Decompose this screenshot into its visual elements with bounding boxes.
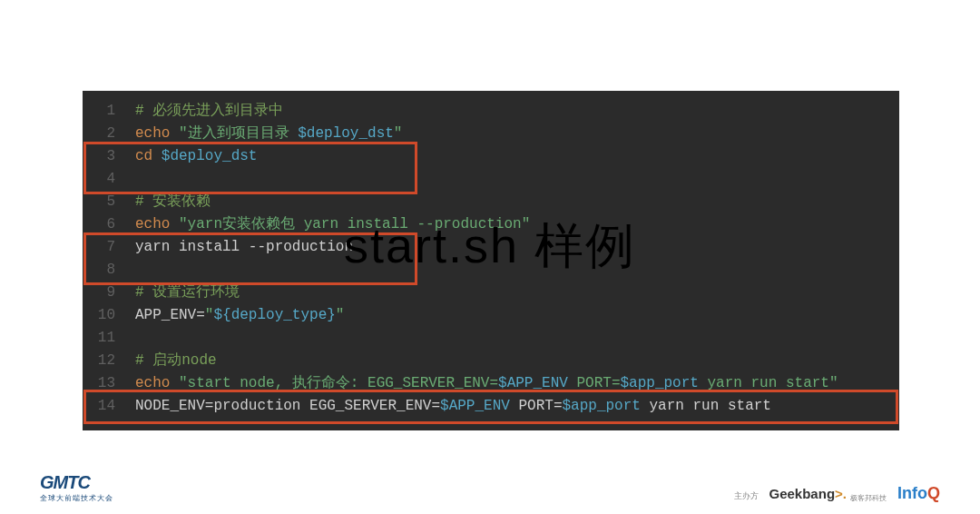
code-token: " <box>336 307 345 323</box>
code-line: cd $deploy_dst <box>135 145 899 168</box>
code-token: # 安装依赖 <box>135 193 211 210</box>
code-line: yarn install --production <box>135 236 899 259</box>
geekbang-subtitle: 极客邦科技 <box>850 493 887 503</box>
code-token <box>170 216 179 232</box>
line-number: 14 <box>83 395 115 418</box>
code-line <box>135 259 899 282</box>
sponsor-logos: 主办方 Geekbang>. 极客邦科技 InfoQ <box>734 484 940 503</box>
code-line: NODE_ENV=production EGG_SERVER_ENV=$APP_… <box>135 395 899 418</box>
code-token: # 设置运行环境 <box>135 284 240 301</box>
code-line <box>135 168 899 191</box>
code-area: # 必须先进入到目录中echo "进入到项目目录 $deploy_dst"cd … <box>126 91 899 430</box>
code-token: ${deploy_type} <box>213 307 335 323</box>
code-token: echo <box>135 216 170 232</box>
line-number: 6 <box>83 213 115 236</box>
code-line: echo "yarn安装依赖包 yarn install --productio… <box>135 213 899 236</box>
code-token: yarn install --production <box>135 239 353 255</box>
line-number: 2 <box>83 123 115 145</box>
sponsor-label: 主办方 <box>734 490 759 502</box>
line-number: 10 <box>83 304 115 327</box>
code-token: " <box>205 307 214 323</box>
gmtc-logo: GMTC 全球大前端技术大会 <box>40 472 113 503</box>
code-token <box>170 125 179 142</box>
line-number: 3 <box>83 145 115 168</box>
code-token: echo <box>135 375 170 391</box>
code-token: PORT= <box>568 375 621 391</box>
gmtc-subtitle: 全球大前端技术大会 <box>40 493 113 503</box>
code-token: $app_port <box>562 398 640 414</box>
line-number: 4 <box>83 168 115 191</box>
gmtc-text: GMTC <box>40 472 90 493</box>
code-token: $APP_ENV <box>498 375 568 391</box>
code-token: echo <box>135 125 170 142</box>
line-number-gutter: 1234567891011121314 <box>83 91 126 430</box>
code-token: "start node, 执行命令: EGG_SERVER_ENV= <box>179 375 498 391</box>
code-token: yarn run start <box>641 398 771 414</box>
line-number: 11 <box>83 327 115 350</box>
line-number: 9 <box>83 282 115 304</box>
line-number: 8 <box>83 259 115 282</box>
code-token: $deploy_dst <box>162 148 258 164</box>
code-token: APP_ENV= <box>135 307 205 323</box>
line-number: 12 <box>83 350 115 372</box>
code-line <box>135 327 899 350</box>
footer: GMTC 全球大前端技术大会 主办方 Geekbang>. 极客邦科技 Info… <box>0 467 980 514</box>
code-editor: 1234567891011121314 # 必须先进入到目录中echo "进入到… <box>83 91 899 430</box>
code-token: $deploy_dst <box>298 125 394 142</box>
line-number: 5 <box>83 191 115 213</box>
geekbang-logo: Geekbang>. <box>769 486 847 501</box>
code-token <box>152 148 162 164</box>
code-line: echo "进入到项目目录 $deploy_dst" <box>135 123 899 145</box>
line-number: 1 <box>83 100 115 123</box>
code-token: cd <box>135 148 152 164</box>
code-token: $APP_ENV <box>440 398 510 414</box>
code-token: PORT= <box>510 398 563 414</box>
code-line: # 安装依赖 <box>135 191 899 213</box>
code-line: # 必须先进入到目录中 <box>135 100 899 123</box>
code-token: $app_port <box>620 375 698 391</box>
code-line: # 设置运行环境 <box>135 282 899 304</box>
code-line: # 启动node <box>135 350 899 372</box>
code-token: # 启动node <box>135 352 217 369</box>
code-token <box>170 375 179 391</box>
code-token: # 必须先进入到目录中 <box>135 103 283 119</box>
line-number: 13 <box>83 372 115 395</box>
code-token: " <box>394 125 403 142</box>
code-token: "yarn安装依赖包 yarn install --production" <box>179 216 530 232</box>
line-number: 7 <box>83 236 115 259</box>
code-token: "进入到项目目录 <box>179 125 298 142</box>
code-line: echo "start node, 执行命令: EGG_SERVER_ENV=$… <box>135 372 899 395</box>
code-line: APP_ENV="${deploy_type}" <box>135 304 899 327</box>
infoq-logo: InfoQ <box>897 484 940 503</box>
code-token: yarn run start" <box>699 375 838 391</box>
code-token: NODE_ENV=production EGG_SERVER_ENV= <box>135 398 440 414</box>
